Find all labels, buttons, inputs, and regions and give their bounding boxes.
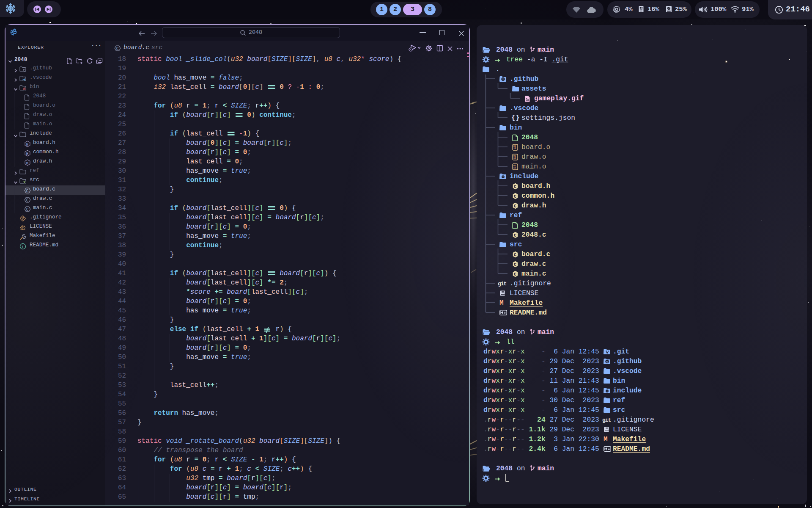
svg-text:10: 10 [513,167,516,169]
svg-text:10: 10 [513,147,516,149]
svg-text:H: H [26,152,28,156]
svg-text:C: C [514,262,516,267]
svg-text:C: C [514,253,516,257]
svg-text:C: C [26,189,29,193]
svg-text:C: C [514,185,516,189]
svg-text:C: C [116,47,119,51]
svg-text:C: C [514,194,516,199]
svg-text:H: H [26,142,28,146]
svg-text:H: H [26,161,28,165]
svg-text:C: C [514,272,516,277]
svg-text:C: C [26,207,29,212]
svg-text:10: 10 [513,157,516,159]
svg-text:C: C [514,204,516,209]
svg-text:C: C [26,198,29,203]
svg-text:C: C [514,233,516,238]
